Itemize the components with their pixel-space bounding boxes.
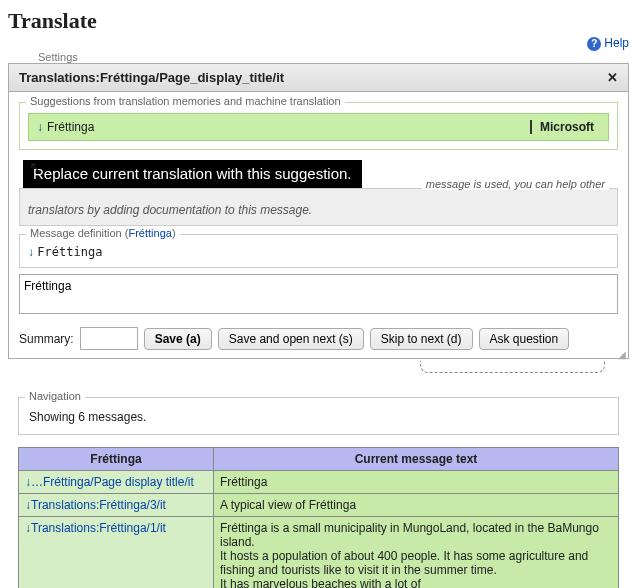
close-icon[interactable]: ✕ (607, 70, 618, 85)
message-text: Fréttinga (214, 471, 619, 494)
apply-suggestion-icon[interactable]: ↓ (37, 120, 43, 134)
table-row: ↓…Fréttinga/Page display title/itFréttin… (19, 471, 619, 494)
table-row: ↓Translations:Fréttinga/3/itA typical vi… (19, 494, 619, 517)
definition-label: Message definition (Fréttinga) (26, 227, 180, 239)
collapsed-box (420, 361, 605, 373)
message-text: Fréttinga is a small municipality in Mun… (214, 517, 619, 589)
translate-dialog: Translations:Fréttinga/Page_display_titl… (8, 63, 629, 359)
suggestions-label: Suggestions from translation memories an… (26, 95, 345, 107)
settings-cutoff: Settings (8, 51, 629, 63)
resize-grip-icon[interactable]: ◢ (9, 352, 628, 358)
message-key[interactable]: ↓Translations:Fréttinga/1/it (19, 517, 214, 589)
definition-link[interactable]: Fréttinga (128, 227, 171, 239)
suggestions-section: Suggestions from translation memories an… (19, 102, 618, 150)
translation-input[interactable]: Fréttinga (19, 274, 618, 314)
suggestion-row[interactable]: ↓ Fréttinga Microsoft (28, 113, 609, 141)
tooltip: Replace current translation with this su… (23, 160, 362, 188)
doc-text-line2: translators by adding documentation to t… (28, 203, 312, 217)
definition-text: Fréttinga (37, 245, 102, 259)
col-header-key: Fréttinga (19, 448, 214, 471)
col-header-text: Current message text (214, 448, 619, 471)
help-icon: ? (587, 37, 601, 51)
message-key[interactable]: ↓Translations:Fréttinga/3/it (19, 494, 214, 517)
ask-question-button[interactable]: Ask question (479, 328, 570, 350)
documentation-section: message is used, you can help other tran… (19, 188, 618, 226)
suggestion-source: Microsoft (530, 120, 600, 134)
navigation-text: Showing 6 messages. (29, 410, 146, 424)
save-open-next-button[interactable]: Save and open next (s) (218, 328, 364, 350)
navigation-label: Navigation (25, 390, 85, 402)
cursor-icon: ↖ (29, 158, 42, 177)
save-button[interactable]: Save (a) (144, 328, 212, 350)
apply-definition-icon[interactable]: ↓ (28, 245, 34, 259)
messages-table: Fréttinga Current message text ↓…Fréttin… (18, 447, 619, 588)
message-text: A typical view of Fréttinga (214, 494, 619, 517)
page-title: Translate (8, 8, 629, 34)
help-link[interactable]: Help (604, 36, 629, 50)
suggestion-text: Fréttinga (47, 120, 94, 134)
definition-section: Message definition (Fréttinga) ↓ Fréttin… (19, 234, 618, 268)
table-row: ↓Translations:Fréttinga/1/itFréttinga is… (19, 517, 619, 589)
dialog-title: Translations:Fréttinga/Page_display_titl… (19, 70, 284, 85)
doc-text-trail: message is used, you can help other (422, 178, 609, 190)
navigation-section: Navigation Showing 6 messages. (18, 397, 619, 435)
summary-label: Summary: (19, 332, 74, 346)
message-key[interactable]: ↓…Fréttinga/Page display title/it (19, 471, 214, 494)
summary-input[interactable] (80, 327, 138, 350)
skip-next-button[interactable]: Skip to next (d) (370, 328, 473, 350)
